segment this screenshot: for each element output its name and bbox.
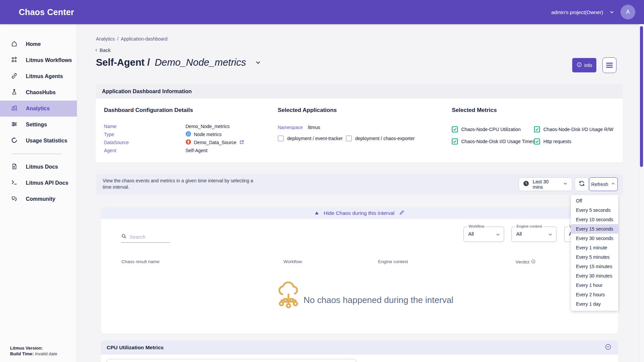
workflows-icon xyxy=(11,56,18,65)
filter-label: Engine context xyxy=(515,224,544,228)
triangle-up-icon xyxy=(315,210,319,216)
terminal-icon xyxy=(11,179,18,187)
checkbox-checked[interactable] xyxy=(452,138,458,144)
refresh-button-label: Refresh xyxy=(591,182,608,187)
workflow-filter-select[interactable]: Workflow All xyxy=(464,227,504,242)
analytics-chart-icon xyxy=(11,105,18,113)
sidebar-item-community[interactable]: Community xyxy=(0,191,77,207)
menu-item-every-5-seconds[interactable]: Every 5 seconds xyxy=(571,205,618,215)
agent-value: Self-Agent xyxy=(185,148,207,153)
info-button[interactable]: Info xyxy=(572,58,596,72)
selected-applications-title: Selected Applications xyxy=(278,107,337,114)
prometheus-icon xyxy=(185,139,191,146)
type-label: Type xyxy=(104,132,114,137)
sidebar-item-litmus-docs[interactable]: Litmus Docs xyxy=(0,159,77,175)
time-interval-bar: View the chaos events and metrics in a g… xyxy=(96,174,623,194)
sidebar-item-settings[interactable]: Settings xyxy=(0,117,77,133)
refresh-interval-button[interactable]: Refresh xyxy=(589,177,618,191)
menu-item-every-1-minute[interactable]: Every 1 minute xyxy=(571,243,618,252)
metric-checkbox-row: Chaos-Node-Disk I/O Usage Times xyxy=(452,138,535,144)
sidebar-item-chaoshubs[interactable]: ChaosHubs xyxy=(0,84,77,101)
search-input[interactable] xyxy=(129,234,166,240)
datasource-label: DataSource xyxy=(104,140,129,145)
vertical-scrollbar[interactable] xyxy=(639,24,644,362)
menu-item-every-10-seconds[interactable]: Every 10 seconds xyxy=(571,215,618,224)
sidebar-item-label: Usage Statistics xyxy=(26,138,67,144)
sidebar-item-home[interactable]: Home xyxy=(0,36,77,52)
sidebar-item-usage-statistics[interactable]: Usage Statistics xyxy=(0,133,77,149)
panel-header: Application Dashboard Information xyxy=(96,84,623,99)
project-selector-label[interactable]: admin's project(Owner) xyxy=(551,9,603,15)
filter-label: Workflow xyxy=(467,224,486,228)
search-field[interactable] xyxy=(121,233,170,243)
menu-item-every-30-seconds[interactable]: Every 30 seconds xyxy=(571,234,618,243)
chevron-down-icon[interactable] xyxy=(609,9,614,15)
info-button-label: Info xyxy=(584,63,592,68)
datasource-value: Demo_Data_Source xyxy=(185,139,245,146)
sidebar-item-litmus-agents[interactable]: Litmus Agents xyxy=(0,68,77,84)
hide-chaos-toggle-bar[interactable]: Hide Chaos during this interval xyxy=(101,207,618,219)
settings-sliders-icon xyxy=(11,121,18,129)
menu-item-every-15-seconds[interactable]: Every 15 seconds xyxy=(571,224,618,234)
engine-context-filter-select[interactable]: Engine context All xyxy=(512,227,556,242)
menu-item-every-5-minutes[interactable]: Every 5 minutes xyxy=(571,252,618,262)
namespace-value: litmus xyxy=(308,125,320,130)
cpu-utilization-section-header: CPU Utilization Metrics xyxy=(101,341,618,355)
cloud-network-icon xyxy=(276,282,301,311)
empty-state-message: No chaos happened during the interval xyxy=(304,295,453,305)
sidebar-item-litmus-api-docs[interactable]: Litmus API Docs xyxy=(0,175,77,191)
chevron-left-icon: ‹ xyxy=(95,47,97,53)
refresh-interval-menu: Off Every 5 seconds Every 10 seconds Eve… xyxy=(571,195,618,311)
menu-item-every-30-minutes[interactable]: Every 30 minutes xyxy=(571,271,618,281)
chevron-up-icon xyxy=(611,181,615,187)
checkbox-checked[interactable] xyxy=(534,138,540,144)
column-header-chaos-result-name: Chaos result name xyxy=(121,259,159,264)
sidebar-item-label: Home xyxy=(26,41,41,47)
chevron-down-icon[interactable] xyxy=(255,59,261,66)
checkbox-unchecked[interactable] xyxy=(346,135,352,141)
avatar[interactable]: A xyxy=(621,5,635,19)
edit-pencil-icon[interactable] xyxy=(399,210,405,217)
checkbox-label: Chaos-Node-CPU Utilization xyxy=(461,127,521,132)
hide-chaos-label: Hide Chaos during this interval xyxy=(324,210,394,216)
column-header-engine-context: Engine context xyxy=(378,259,408,264)
sidebar-item-litmus-workflows[interactable]: Litmus Workflows xyxy=(0,52,77,68)
scrollbar-thumb[interactable] xyxy=(640,26,643,167)
search-icon xyxy=(121,233,127,240)
menu-item-every-1-hour[interactable]: Every 1 hour xyxy=(571,281,618,290)
time-range-select[interactable]: Last 30 mins xyxy=(519,177,572,191)
breadcrumb-analytics[interactable]: Analytics xyxy=(96,36,115,42)
refresh-now-button[interactable] xyxy=(575,177,589,191)
hamburger-icon xyxy=(606,62,613,69)
checkbox-label: deployment / event-tracker xyxy=(287,136,343,141)
selected-metrics-title: Selected Metrics xyxy=(452,107,497,114)
application-checkbox-row: deployment / event-tracker xyxy=(278,135,343,141)
checkbox-checked[interactable] xyxy=(534,126,540,132)
menu-item-every-1-day[interactable]: Every 1 day xyxy=(571,299,618,309)
external-link-icon[interactable] xyxy=(239,139,245,146)
chevron-down-icon xyxy=(563,181,568,187)
sidebar-item-label: Litmus Docs xyxy=(26,164,58,170)
checkbox-label: Chaos-Node-Disk I/O Usage Times xyxy=(461,139,535,144)
menu-item-off[interactable]: Off xyxy=(571,196,618,205)
menu-item-every-2-hours[interactable]: Every 2 hours xyxy=(571,290,618,299)
info-circle-icon[interactable] xyxy=(531,259,536,265)
name-label: Name xyxy=(104,124,116,129)
agents-link-icon xyxy=(11,72,18,81)
name-value: Demo_Node_metrics xyxy=(185,124,230,129)
back-button[interactable]: ‹ Back xyxy=(95,47,111,53)
metric-checkbox-row: Http requests xyxy=(534,138,571,144)
namespace-label[interactable]: Namespace xyxy=(278,125,303,130)
checkbox-label: deployment / chaos-exporter xyxy=(355,136,415,141)
sidebar-item-label: Settings xyxy=(26,122,47,128)
flask-icon xyxy=(11,88,18,97)
build-time-value: Invalid date xyxy=(35,351,57,356)
version-info: Litmus Version: Build Time: Invalid date xyxy=(10,345,57,357)
interval-description: View the chaos events and metrics in a g… xyxy=(103,178,257,190)
sidebar-item-analytics[interactable]: Analytics xyxy=(0,101,77,117)
checkbox-checked[interactable] xyxy=(452,126,458,132)
collapse-minus-icon[interactable] xyxy=(605,344,611,352)
menu-item-every-15-minutes[interactable]: Every 15 minutes xyxy=(571,262,618,271)
dashboard-options-button[interactable] xyxy=(602,57,616,73)
checkbox-unchecked[interactable] xyxy=(278,135,284,141)
